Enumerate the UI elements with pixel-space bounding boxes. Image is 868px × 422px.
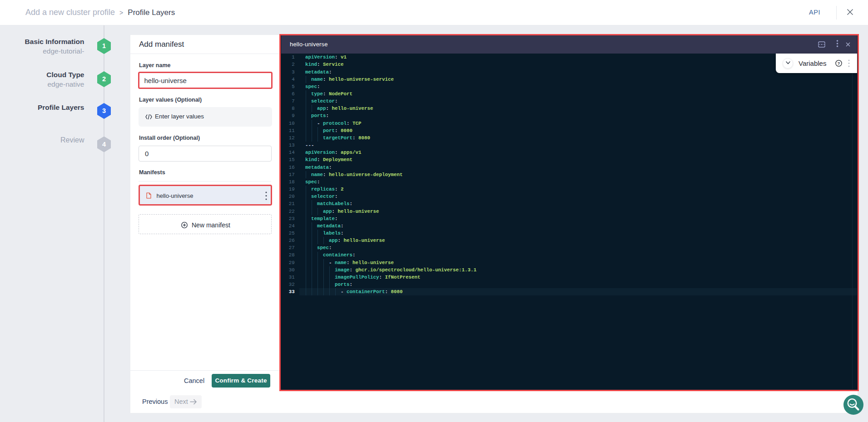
svg-text:?: ?: [838, 61, 840, 66]
